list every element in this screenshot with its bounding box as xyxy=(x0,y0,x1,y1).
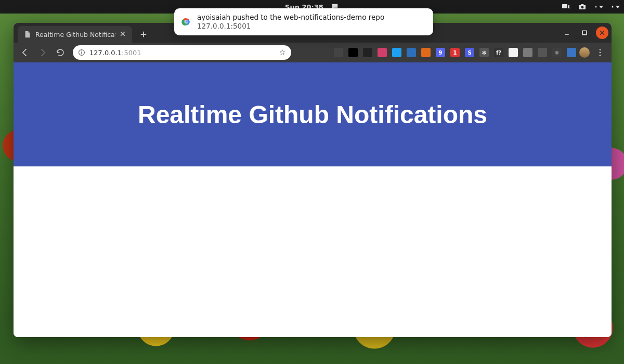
screencast-icon[interactable] xyxy=(562,3,570,11)
site-info-icon[interactable] xyxy=(78,49,85,56)
window-minimize-button[interactable] xyxy=(561,27,573,39)
extension-icon[interactable] xyxy=(392,48,401,57)
url-text: 127.0.0.1:5001 xyxy=(89,49,275,57)
extension-icon[interactable] xyxy=(348,48,358,57)
url-rest: :5001 xyxy=(122,49,141,57)
page-viewport: Realtime Github Notifications xyxy=(14,62,612,337)
profile-avatar[interactable] xyxy=(579,47,590,58)
window-maximize-button[interactable] xyxy=(578,27,591,39)
extension-icon[interactable]: ✻ xyxy=(479,48,489,57)
extension-icon[interactable]: f? xyxy=(494,48,503,57)
svg-point-3 xyxy=(595,6,596,7)
nav-forward-button[interactable] xyxy=(35,45,50,60)
svg-rect-5 xyxy=(612,6,613,6)
browser-window: Realtime Github Notificati xyxy=(14,23,612,337)
extension-icon[interactable] xyxy=(509,48,518,57)
svg-rect-9 xyxy=(81,52,82,54)
address-bar[interactable]: 127.0.0.1:5001 xyxy=(73,45,291,60)
file-icon xyxy=(24,31,31,38)
gnome-tray xyxy=(562,0,620,14)
system-status-icon[interactable] xyxy=(595,3,603,11)
desktop-notification[interactable]: ayoisaiah pushed to the web-notification… xyxy=(174,8,433,35)
svg-rect-0 xyxy=(562,4,567,8)
reload-button[interactable] xyxy=(53,45,68,60)
svg-point-10 xyxy=(81,50,82,51)
chrome-icon xyxy=(181,17,191,27)
window-close-button[interactable] xyxy=(596,27,608,39)
extension-icon[interactable]: 9 xyxy=(436,48,445,57)
clipboard-icon[interactable] xyxy=(612,3,620,11)
extension-icon[interactable] xyxy=(407,48,416,57)
svg-point-12 xyxy=(600,52,601,54)
extension-icon[interactable] xyxy=(378,48,387,57)
extension-icon[interactable] xyxy=(334,48,343,57)
tab-title: Realtime Github Notificati xyxy=(35,31,115,38)
svg-point-1 xyxy=(581,6,584,9)
svg-point-17 xyxy=(185,21,187,22)
notification-title: ayoisaiah pushed to the web-notification… xyxy=(197,13,426,22)
browser-toolbar: 127.0.0.1:5001 91S✻f?⚛ xyxy=(14,43,612,62)
page-title: Realtime Github Notifications xyxy=(138,100,487,129)
svg-point-13 xyxy=(600,55,601,56)
new-tab-button[interactable] xyxy=(136,27,151,42)
svg-rect-6 xyxy=(565,34,569,35)
extension-icon[interactable] xyxy=(567,48,576,57)
page-hero: Realtime Github Notifications xyxy=(14,62,612,166)
chevron-down-icon xyxy=(599,6,603,8)
browser-menu-button[interactable] xyxy=(593,45,607,60)
bookmark-star-icon[interactable] xyxy=(279,49,286,56)
notification-body: ayoisaiah pushed to the web-notification… xyxy=(197,13,426,31)
svg-rect-7 xyxy=(582,31,587,35)
window-controls xyxy=(561,23,608,43)
chevron-down-icon xyxy=(616,6,620,8)
extension-icon[interactable] xyxy=(523,48,532,57)
extension-icon[interactable]: ⚛ xyxy=(552,48,562,57)
svg-point-11 xyxy=(600,49,601,50)
extension-icon[interactable] xyxy=(538,48,547,57)
browser-tab[interactable]: Realtime Github Notificati xyxy=(18,26,132,43)
close-tab-button[interactable] xyxy=(120,31,127,38)
url-host: 127.0.0.1 xyxy=(89,49,122,57)
nav-back-button[interactable] xyxy=(18,45,32,60)
extension-icon[interactable]: S xyxy=(465,48,474,57)
camera-icon[interactable] xyxy=(578,3,587,11)
extensions-row: 91S✻f?⚛ xyxy=(294,48,576,57)
notification-source: 127.0.0.1:5001 xyxy=(197,22,426,31)
extension-icon[interactable] xyxy=(421,48,431,57)
extension-icon[interactable]: 1 xyxy=(450,48,460,57)
extension-icon[interactable] xyxy=(363,48,372,57)
